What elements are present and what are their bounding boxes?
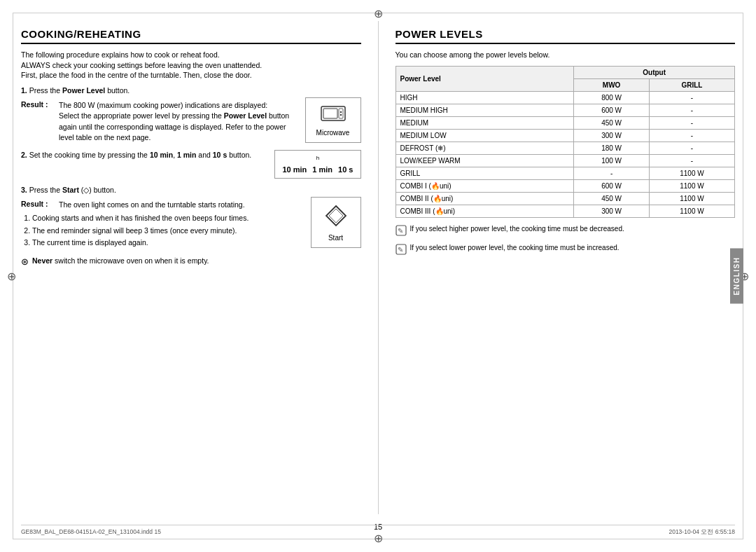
power-level-name: MEDIUM LOW	[396, 129, 574, 142]
power-levels-table: Power Level Output MWO GRILL HIGH800 W-M…	[396, 66, 736, 218]
svg-point-3	[340, 111, 341, 113]
step1-result-text: The 800 W (maximum cooking power) indica…	[59, 100, 300, 143]
note1-text: If you select higher power level, the co…	[410, 225, 624, 233]
note2-icon: ✎	[396, 244, 407, 257]
step2-content: 2. Set the cooking time by pressing the …	[21, 150, 361, 179]
svg-rect-2	[339, 109, 343, 118]
mwo-value: 450 W	[574, 192, 650, 205]
footer-left: GE83M_BAL_DE68-04151A-02_EN_131004.indd …	[21, 528, 161, 537]
list-item: The current time is displayed again.	[32, 237, 305, 248]
microwave-box: Microwave	[305, 97, 361, 143]
power-level-name: MEDIUM	[396, 116, 574, 129]
table-mwo-header: MWO	[574, 78, 650, 91]
intro-line1: The following procedure explains how to …	[21, 50, 220, 59]
right-column: POWER LEVELS You can choose among the po…	[379, 21, 736, 514]
step1-text2: button.	[105, 86, 130, 95]
microwave-icon	[320, 104, 346, 126]
compass-left-icon: ⊕	[7, 270, 16, 283]
mwo-value: 600 W	[574, 104, 650, 116]
mwo-value: 600 W	[574, 179, 650, 192]
step1-text: Press the	[29, 86, 62, 95]
mwo-value: 450 W	[574, 116, 650, 129]
table-row: MEDIUM450 W-	[396, 116, 735, 129]
power-level-name: HIGH	[396, 91, 574, 104]
table-row: MEDIUM HIGH600 W-	[396, 104, 735, 116]
timer-1min: 1 min	[312, 165, 332, 174]
intro-line3: First, place the food in the centre of t…	[21, 71, 252, 79]
grill-value: 1100 W	[649, 179, 734, 192]
footer-bar: GE83M_BAL_DE68-04151A-02_EN_131004.indd …	[21, 525, 735, 537]
power-level-name: LOW/KEEP WARM	[396, 154, 574, 167]
grill-value: 1100 W	[649, 167, 734, 179]
mwo-value: 100 W	[574, 154, 650, 167]
power-level-name: DEFROST (❄)	[396, 142, 574, 154]
step3-result-text: The oven light comes on and the turntabl…	[59, 200, 245, 210]
svg-text:✎: ✎	[398, 227, 403, 235]
power-level-name: MEDIUM HIGH	[396, 104, 574, 116]
table-row: LOW/KEEP WARM100 W-	[396, 154, 735, 167]
microwave-label: Microwave	[316, 129, 350, 137]
table-grill-header: GRILL	[649, 78, 734, 91]
page: ⊕ ⊕ ⊕ ⊕ ENGLISH COOKING/REHEATING The fo…	[0, 0, 756, 552]
svg-text:✎: ✎	[398, 246, 403, 254]
step3-result-area: Result : The oven light comes on and the…	[21, 197, 305, 249]
table-row: COMBI III (🔥uni)300 W1100 W	[396, 205, 735, 217]
start-icon	[323, 203, 349, 231]
step1-header: 1. Press the Power Level button.	[21, 86, 361, 95]
step2-number: 2.	[21, 151, 27, 159]
warning-icon: ⊛	[21, 256, 29, 267]
power-levels-title: POWER LEVELS	[396, 28, 736, 44]
step3-result-row: Result : The oven light comes on and the…	[21, 200, 305, 210]
content-area: COOKING/REHEATING The following procedur…	[21, 21, 735, 531]
note1-icon: ✎	[396, 225, 407, 238]
step1-result-area: Result : The 800 W (maximum cooking powe…	[21, 97, 300, 143]
step-2: 2. Set the cooking time by pressing the …	[21, 150, 361, 179]
compass-top-icon: ⊕	[374, 7, 383, 20]
start-box: Start	[311, 197, 361, 248]
grill-value: 1100 W	[649, 205, 734, 217]
grill-value: 1100 W	[649, 192, 734, 205]
warning-row: ⊛ Never switch the microwave oven on whe…	[21, 256, 361, 267]
power-levels-intro: You can choose among the power levels be…	[396, 50, 736, 60]
step2-text: 2. Set the cooking time by pressing the …	[21, 150, 269, 160]
step3-header: 3. Press the Start (◇) button.	[21, 186, 361, 194]
grill-value: -	[649, 116, 734, 129]
note-1: ✎ If you select higher power level, the …	[396, 225, 736, 238]
list-item: The end reminder signal will beep 3 time…	[32, 226, 305, 236]
mwo-value: -	[574, 167, 650, 179]
table-row: COMBI II (🔥uni)450 W1100 W	[396, 192, 735, 205]
grill-value: -	[649, 129, 734, 142]
grill-value: -	[649, 104, 734, 116]
notes-area: ✎ If you select higher power level, the …	[396, 225, 736, 257]
power-level-name: COMBI III (🔥uni)	[396, 205, 574, 217]
table-row: COMBI I (🔥uni)600 W1100 W	[396, 179, 735, 192]
grill-value: -	[649, 154, 734, 167]
table-row: HIGH800 W-	[396, 91, 735, 104]
power-level-name: COMBI II (🔥uni)	[396, 192, 574, 205]
note2-text: If you select lower power level, the coo…	[410, 244, 620, 251]
step1-result-label: Result :	[21, 100, 55, 109]
mwo-value: 300 W	[574, 129, 650, 142]
table-row: DEFROST (❄)180 W-	[396, 142, 735, 154]
table-row: MEDIUM LOW300 W-	[396, 129, 735, 142]
footer-right: 2013-10-04 오전 6:55:18	[668, 528, 735, 537]
timer-10min: 10 min	[282, 165, 307, 174]
start-label: Start	[328, 234, 343, 242]
mwo-value: 800 W	[574, 91, 650, 104]
main-columns: COOKING/REHEATING The following procedur…	[21, 21, 735, 514]
step3-content: Result : The oven light comes on and the…	[21, 197, 361, 249]
step3-result-label: Result :	[21, 200, 55, 208]
step1-content: Result : The 800 W (maximum cooking powe…	[21, 97, 361, 143]
grill-value: -	[649, 142, 734, 154]
table-col1-header: Power Level	[396, 66, 574, 91]
list-item: Cooking starts and when it has finished …	[32, 213, 305, 223]
step1-bold: Power Level	[62, 86, 105, 95]
mwo-value: 300 W	[574, 205, 650, 217]
timer-10s: 10 s	[338, 165, 353, 174]
timer-box: h 10 min 1 min 10 s	[274, 150, 360, 179]
timer-h-label: h	[316, 155, 319, 161]
step1-result-row: Result : The 800 W (maximum cooking powe…	[21, 100, 300, 143]
table-row: GRILL-1100 W	[396, 167, 735, 179]
note-2: ✎ If you select lower power level, the c…	[396, 244, 736, 257]
cooking-reheating-title: COOKING/REHEATING	[21, 28, 361, 44]
